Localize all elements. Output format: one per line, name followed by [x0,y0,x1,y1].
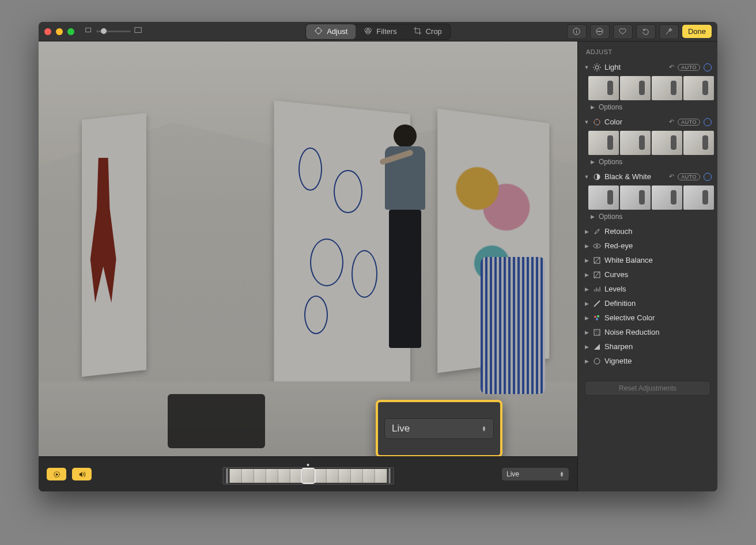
light-options-row[interactable]: ▶ Options [581,102,714,113]
filmstrip-frame[interactable] [241,469,254,483]
audio-toggle[interactable] [72,468,92,480]
bw-options-row[interactable]: ▶ Options [581,211,714,223]
noise-icon [593,328,601,336]
reset-adjustments-button[interactable]: Reset Adjustments [585,381,710,396]
svg-point-27 [595,331,596,331]
filmstrip-track[interactable] [222,467,394,485]
filmstrip-frame[interactable] [278,469,290,483]
key-frame-filmstrip[interactable] [222,464,394,485]
section-retouch-header[interactable]: ▶ Retouch [581,225,714,237]
auto-button[interactable]: AUTO [678,173,700,180]
section-light-label: Light [604,63,666,71]
auto-button[interactable]: AUTO [678,119,700,126]
color-options-row[interactable]: ▶ Options [581,157,714,168]
tab-adjust[interactable]: Adjust [306,24,356,39]
section-light-header[interactable]: ▼ Light ↶ AUTO [581,61,714,73]
trim-handle-left[interactable] [226,468,228,483]
filmstrip-frame[interactable] [229,469,241,483]
svg-point-31 [594,358,600,364]
section-curves-header[interactable]: ▶ Curves [581,268,714,281]
editor-body: Live ▲▼ [39,41,717,491]
thumb [683,131,714,155]
section-noise-header[interactable]: ▶ Noise Reduction [581,326,714,338]
more-button[interactable] [590,24,610,39]
trim-handle-right[interactable] [388,468,390,483]
section-color-header[interactable]: ▼ Color ↶ AUTO [581,116,714,128]
selective-color-icon [593,314,601,322]
live-photo-toggle[interactable] [47,468,66,480]
enable-ring-icon[interactable] [704,118,712,126]
live-effect-dropdown[interactable]: Live ▲▼ [501,467,569,481]
tab-adjust-label: Adjust [327,27,347,36]
callout-live-dropdown[interactable]: Live ▲▼ [384,418,494,439]
undo-icon[interactable]: ↶ [669,118,674,126]
svg-point-2 [316,28,321,33]
thumb [588,131,619,155]
section-retouch-label: Retouch [604,227,712,236]
color-thumbnail-slider[interactable] [581,128,714,157]
disclosure-right-icon: ▶ [589,159,595,165]
zoom-slider[interactable] [96,31,131,32]
section-noise-label: Noise Reduction [604,328,712,336]
main-area: Live ▲▼ [39,41,577,491]
bw-icon [593,173,601,181]
disclosure-right-icon: ▶ [584,330,589,335]
auto-button[interactable]: AUTO [678,64,700,71]
section-vignette-header[interactable]: ▶ Vignette [581,355,714,367]
filmstrip-frame[interactable] [290,469,302,483]
bottom-right-controls: Live ▲▼ [501,467,569,481]
bw-thumbnail-slider[interactable] [581,183,714,211]
svg-point-23 [594,316,596,318]
done-button[interactable]: Done [682,25,712,38]
section-levels-header[interactable]: ▶ Levels [581,283,714,295]
disclosure-right-icon: ▶ [584,243,589,249]
svg-point-15 [595,66,599,69]
tab-filters[interactable]: Filters [356,24,405,39]
photo-canvas[interactable]: Live ▲▼ [39,41,577,456]
fullscreen-window-button[interactable] [67,28,74,35]
section-selcolor-header[interactable]: ▶ Selective Color [581,312,714,324]
select-arrows-icon: ▲▼ [482,426,486,432]
section-definition-header[interactable]: ▶ Definition [581,297,714,309]
redeye-icon [593,242,601,250]
filmstrip-frame[interactable] [254,469,266,483]
undo-icon[interactable]: ↶ [669,63,674,71]
minimize-window-button[interactable] [56,28,63,35]
disclosure-right-icon: ▶ [584,286,589,292]
enable-ring-icon[interactable] [704,173,712,181]
filmstrip-frame-selected[interactable] [302,469,314,483]
section-bw-header[interactable]: ▼ Black & White ↶ AUTO [581,171,714,183]
live-photo-bottom-bar: Live ▲▼ [39,456,577,491]
white-balance-icon [593,256,601,264]
section-sharpen-header[interactable]: ▶ Sharpen [581,340,714,353]
auto-enhance-button[interactable] [659,24,679,39]
thumb [683,76,714,100]
filmstrip-frame[interactable] [266,469,278,483]
rotate-button[interactable] [636,24,656,39]
tab-crop[interactable]: Crop [405,24,450,39]
section-redeye-label: Red-eye [604,241,712,250]
thumb [652,186,682,210]
disclosure-right-icon: ▶ [589,214,595,219]
filmstrip-frame[interactable] [375,469,387,483]
filters-icon [364,27,372,37]
filmstrip-frame[interactable] [314,469,326,483]
zoom-in-icon [134,27,142,36]
svg-point-9 [599,31,600,32]
section-redeye-header[interactable]: ▶ Red-eye [581,240,714,252]
close-window-button[interactable] [44,28,51,35]
filmstrip-frame[interactable] [326,469,338,483]
filmstrip-frame[interactable] [350,469,362,483]
disclosure-right-icon: ▶ [584,358,589,364]
enable-ring-icon[interactable] [704,63,712,71]
svg-point-25 [596,318,598,320]
section-bw-label: Black & White [604,172,666,181]
info-button[interactable] [567,24,587,39]
crop-icon [413,27,422,37]
favorite-button[interactable] [613,24,633,39]
filmstrip-frame[interactable] [338,469,350,483]
section-wb-header[interactable]: ▶ White Balance [581,254,714,266]
filmstrip-frame[interactable] [362,469,375,483]
light-thumbnail-slider[interactable] [581,73,714,102]
undo-icon[interactable]: ↶ [669,173,674,180]
